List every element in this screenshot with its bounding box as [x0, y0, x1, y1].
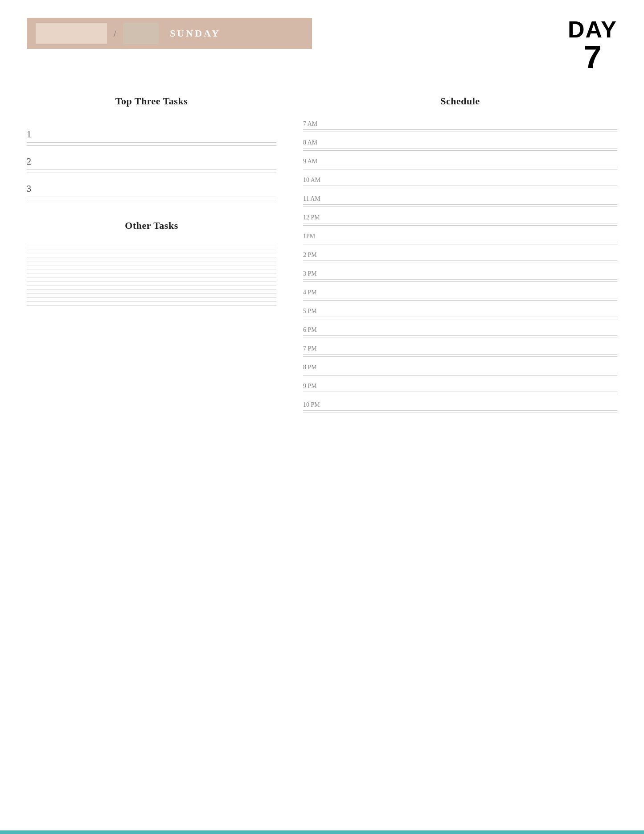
task-3-line [27, 197, 276, 197]
date-box-day[interactable] [123, 23, 159, 44]
date-bar: / SUNDAY [27, 18, 312, 49]
schedule-slot-10pm: 10 PM [303, 401, 617, 413]
time-4pm: 4 PM [303, 289, 617, 296]
time-7pm: 7 PM [303, 345, 617, 352]
schedule-slot-6pm: 6 PM [303, 326, 617, 338]
schedule-line-7am-2 [303, 132, 617, 132]
day-number-area: DAY 7 [568, 18, 617, 73]
schedule-line-3pm-1 [303, 279, 617, 280]
page-container: / SUNDAY DAY 7 Top Three Tasks 1 [0, 0, 644, 834]
schedule-line-8pm-2 [303, 375, 617, 376]
top-tasks-section: Top Three Tasks 1 2 3 [27, 95, 276, 202]
task-1-row: 1 [27, 120, 276, 148]
time-6pm: 6 PM [303, 326, 617, 334]
task-3-row: 3 [27, 175, 276, 202]
date-slash: / [114, 28, 116, 39]
other-task-line-7 [27, 269, 276, 269]
other-task-line-14 [27, 297, 276, 297]
schedule-title: Schedule [303, 95, 617, 107]
time-3pm: 3 PM [303, 270, 617, 277]
schedule-slot-2pm: 2 PM [303, 252, 617, 263]
other-task-line-12 [27, 289, 276, 289]
schedule-line-3pm-2 [303, 281, 617, 282]
time-11am: 11 AM [303, 195, 617, 202]
other-task-line-16 [27, 305, 276, 306]
schedule-line-7pm-2 [303, 356, 617, 357]
task-2-line [27, 169, 276, 170]
schedule-slot-11am: 11 AM [303, 195, 617, 207]
schedule-line-8am-2 [303, 150, 617, 151]
schedule-slot-9pm: 9 PM [303, 383, 617, 394]
schedule-slot-7am: 7 AM [303, 120, 617, 132]
task-1-line [27, 142, 276, 143]
time-8pm: 8 PM [303, 364, 617, 371]
schedule-section: Schedule 7 AM 8 AM 9 AM [303, 95, 617, 413]
time-2pm: 2 PM [303, 252, 617, 259]
date-box-month[interactable] [36, 23, 107, 44]
other-task-line-10 [27, 281, 276, 281]
other-task-line-11 [27, 285, 276, 285]
schedule-line-7am-1 [303, 129, 617, 130]
schedule-line-1pm-2 [303, 244, 617, 244]
schedule-line-10pm-2 [303, 413, 617, 413]
schedule-slot-8pm: 8 PM [303, 364, 617, 376]
other-task-line-6 [27, 265, 276, 265]
schedule-slot-4pm: 4 PM [303, 289, 617, 301]
other-tasks-section: Other Tasks [27, 220, 276, 306]
schedule-line-10pm-1 [303, 410, 617, 411]
schedule-line-7pm-1 [303, 354, 617, 355]
schedule-slot-10am: 10 AM [303, 177, 617, 188]
schedule-line-9pm-1 [303, 392, 617, 392]
other-task-line-8 [27, 273, 276, 273]
time-1pm: 1PM [303, 233, 617, 240]
schedule-line-12pm-2 [303, 225, 617, 226]
task-3-line-extra [27, 200, 276, 200]
task-2-line-extra [27, 173, 276, 173]
bottom-accent [0, 830, 644, 834]
other-task-line-1 [27, 245, 276, 245]
task-1-number: 1 [27, 129, 276, 140]
schedule-line-4pm-2 [303, 300, 617, 301]
right-column: Schedule 7 AM 8 AM 9 AM [303, 95, 617, 417]
schedule-line-9pm-2 [303, 394, 617, 394]
schedule-line-1pm-1 [303, 242, 617, 242]
time-7am: 7 AM [303, 120, 617, 128]
other-tasks-title: Other Tasks [27, 220, 276, 231]
schedule-line-8am-1 [303, 148, 617, 149]
time-10am: 10 AM [303, 177, 617, 184]
other-task-line-3 [27, 253, 276, 253]
time-12pm: 12 PM [303, 214, 617, 221]
schedule-line-11am-1 [303, 204, 617, 205]
schedule-line-6pm-2 [303, 338, 617, 338]
day-num: 7 [568, 41, 617, 73]
schedule-slot-7pm: 7 PM [303, 345, 617, 357]
schedule-line-11am-2 [303, 206, 617, 207]
time-8am: 8 AM [303, 139, 617, 146]
other-task-line-9 [27, 277, 276, 277]
schedule-line-10am-2 [303, 188, 617, 188]
schedule-slot-3pm: 3 PM [303, 270, 617, 282]
schedule-line-9am-1 [303, 167, 617, 167]
schedule-line-2pm-1 [303, 260, 617, 261]
schedule-line-9am-2 [303, 169, 617, 169]
schedule-slot-12pm: 12 PM [303, 214, 617, 226]
task-2-number: 2 [27, 157, 276, 167]
other-task-line-2 [27, 249, 276, 249]
task-3-number: 3 [27, 184, 276, 194]
other-task-line-13 [27, 293, 276, 293]
other-task-line-15 [27, 301, 276, 301]
schedule-line-5pm-1 [303, 317, 617, 317]
main-content: Top Three Tasks 1 2 3 [27, 95, 617, 417]
schedule-slot-8am: 8 AM [303, 139, 617, 151]
schedule-line-6pm-1 [303, 335, 617, 336]
other-task-line-4 [27, 257, 276, 257]
schedule-line-2pm-2 [303, 263, 617, 263]
schedule-line-12pm-1 [303, 223, 617, 223]
time-10pm: 10 PM [303, 401, 617, 409]
schedule-slot-5pm: 5 PM [303, 308, 617, 319]
schedule-line-5pm-2 [303, 319, 617, 319]
left-column: Top Three Tasks 1 2 3 [27, 95, 276, 417]
time-9pm: 9 PM [303, 383, 617, 390]
time-9am: 9 AM [303, 158, 617, 165]
schedule-line-8pm-1 [303, 373, 617, 373]
